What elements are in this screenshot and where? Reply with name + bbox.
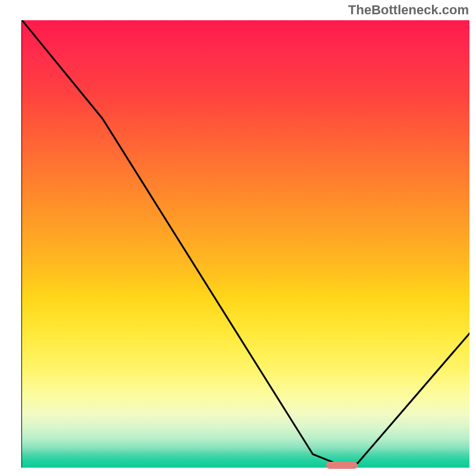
chart-container [22, 20, 469, 468]
optimal-range-marker [326, 462, 358, 469]
chart-svg [22, 20, 469, 468]
bottleneck-curve [22, 20, 469, 463]
watermark-text: TheBottleneck.com [348, 2, 469, 18]
